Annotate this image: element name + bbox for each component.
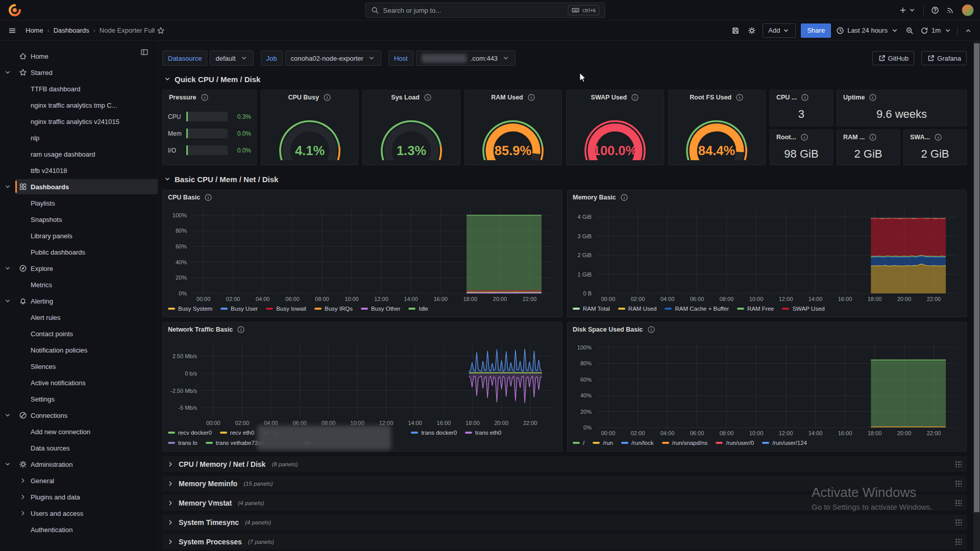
sidebar-item-connections[interactable]: Connections [0, 407, 158, 423]
sidebar-item-add-new-connection[interactable]: Add new connection [0, 423, 158, 440]
sidebar-item-dashboards[interactable]: Dashboards [0, 179, 158, 195]
grafana-logo[interactable] [8, 4, 21, 17]
sidebar-item-snapshots[interactable]: Snapshots [0, 211, 158, 228]
legend-item-trans-docker0[interactable]: trans docker0 [411, 430, 457, 436]
legend-item-run-user-124[interactable]: /run/user/124 [762, 440, 807, 446]
legend-item-ram-free[interactable]: RAM Free [737, 306, 774, 312]
scrollbar-thumb[interactable] [974, 43, 979, 512]
info-icon[interactable] [631, 93, 639, 102]
info-icon[interactable] [934, 133, 942, 141]
drag-handle[interactable] [955, 499, 962, 506]
sidebar-item-metrics[interactable]: Metrics [0, 277, 158, 293]
legend-item-busy-irqs[interactable]: Busy IRQs [314, 306, 353, 312]
chevron-down-icon[interactable] [0, 68, 15, 77]
dashboard-row-memory-meminfo[interactable]: Memory Meminfo(15 panels) [162, 475, 967, 491]
search-input[interactable]: Search or jump to... ctrl+k [365, 3, 605, 18]
sidebar-item-nginx-traffic-analytics-v241015[interactable]: nginx traffic analytics v241015 [0, 113, 158, 130]
user-avatar[interactable] [962, 4, 974, 16]
info-icon[interactable] [869, 93, 877, 102]
menu-toggle-button[interactable] [6, 24, 18, 37]
info-icon[interactable] [201, 93, 209, 102]
sidebar-item-silences[interactable]: Silences [0, 358, 158, 374]
drag-handle[interactable] [955, 461, 962, 467]
drag-handle[interactable] [955, 480, 962, 487]
legend-item-trans-lo[interactable]: trans lo [168, 440, 198, 446]
sidebar-item-administration[interactable]: Administration [0, 456, 158, 472]
legend-item-ram-total[interactable]: RAM Total [573, 306, 610, 312]
sidebar-item-authentication[interactable]: Authentication [0, 521, 158, 538]
legend-item-swap-used[interactable]: SWAP Used [782, 306, 824, 312]
chart-canvas[interactable]: 2.50 Mb/s0 b/s-2.50 Mb/s-5 Mb/s00:0002:0… [167, 337, 558, 428]
breadcrumb-item-node-exporter-full[interactable]: Node Exporter Full [100, 27, 155, 34]
sidebar-item-library-panels[interactable]: Library panels [0, 228, 158, 244]
link-button-grafana[interactable]: Grafana [921, 51, 967, 65]
save-dashboard-button[interactable] [730, 25, 741, 36]
legend-item-ram-cache-buffer[interactable]: RAM Cache + Buffer [665, 306, 729, 312]
legend-item-trans-eth0[interactable]: trans eth0 [465, 430, 501, 436]
sidebar-item-home[interactable]: Home [0, 48, 158, 64]
kiosk-collapse-button[interactable] [963, 25, 974, 36]
legend-item-run-user-0[interactable]: /run/user/0 [716, 440, 754, 446]
sidebar-item-starred[interactable]: Starred [0, 64, 158, 81]
info-icon[interactable] [869, 133, 877, 141]
info-icon[interactable] [801, 93, 809, 102]
info-icon[interactable] [736, 93, 744, 102]
dashboard-row-memory-vmstat[interactable]: Memory Vmstat(4 panels) [162, 495, 967, 511]
sidebar-item-alert-rules[interactable]: Alert rules [0, 309, 158, 325]
legend-item-recv-docker0[interactable]: recv docker0 [168, 430, 212, 436]
dashboard-row-system-processes[interactable]: System Processes(7 panels) [162, 534, 967, 549]
row-header-quick[interactable]: Quick CPU / Mem / Disk [163, 72, 967, 86]
drag-handle[interactable] [955, 519, 962, 525]
breadcrumb-item-dashboards[interactable]: Dashboards [54, 27, 89, 34]
chevron-down-icon[interactable] [0, 183, 15, 191]
news-button[interactable] [946, 6, 954, 14]
sidebar-item-explore[interactable]: Explore [0, 260, 158, 277]
dashboard-row-system-timesync[interactable]: System Timesync(4 panels) [162, 514, 967, 530]
zoom-out-button[interactable] [904, 25, 915, 36]
row-header-basic[interactable]: Basic CPU / Mem / Net / Disk [163, 172, 967, 186]
legend-item-busy-user[interactable]: Busy User [220, 306, 258, 312]
sidebar-item-ram-usage-dashboard[interactable]: ram usage dashboard [0, 146, 158, 162]
info-icon[interactable] [323, 93, 331, 102]
sidebar-item-active-notifications[interactable]: Active notifications [0, 374, 158, 391]
refresh-picker[interactable]: 1m [920, 27, 952, 35]
sidebar-item-public-dashboards[interactable]: Public dashboards [0, 244, 158, 260]
sidebar-item-alerting[interactable]: Alerting [0, 293, 158, 309]
sidebar-item-plugins-and-data[interactable]: Plugins and data [0, 489, 158, 505]
variable-value-dropdown[interactable]: default [210, 51, 253, 66]
legend-item-run-snapd-ns[interactable]: /run/snapd/ns [662, 440, 708, 446]
legend-item-[interactable]: / [573, 440, 584, 446]
sidebar-item-data-sources[interactable]: Data sources [0, 440, 158, 456]
info-icon[interactable] [424, 93, 432, 102]
legend-item-ram-used[interactable]: RAM Used [618, 306, 657, 312]
sidebar-item-ttfb-v241018[interactable]: ttfb v241018 [0, 162, 158, 179]
info-icon[interactable] [620, 193, 628, 202]
legend-item-run-lock[interactable]: /run/lock [621, 440, 653, 446]
help-button[interactable] [931, 6, 939, 14]
legend-item-trans-vethabe73a9[interactable]: trans vethabe73a9 [206, 440, 264, 446]
new-button[interactable] [899, 6, 916, 14]
info-icon[interactable] [237, 325, 245, 334]
sidebar-item-nginx-traffic-analytics-tmp-c[interactable]: nginx traffic analytics tmp C... [0, 97, 158, 113]
info-icon[interactable] [800, 133, 808, 141]
link-button-github[interactable]: GitHub [872, 51, 914, 65]
dashboard-row-cpu-memory-net-disk[interactable]: CPU / Memory / Net / Disk(8 panels) [162, 456, 967, 472]
legend-item-recv-eth0[interactable]: recv eth0 [220, 430, 254, 436]
dashboard-settings-button[interactable] [746, 25, 757, 36]
info-icon[interactable] [527, 93, 535, 102]
scrollbar[interactable] [973, 41, 980, 551]
info-icon[interactable] [204, 193, 212, 202]
chart-canvas[interactable]: 0 B1 GiB2 GiB3 GiB4 GiB00:0002:0004:0006… [572, 205, 962, 304]
sidebar-item-general[interactable]: General [0, 472, 158, 489]
chevron-down-icon[interactable] [0, 460, 15, 468]
legend-item-run[interactable]: /run [593, 440, 613, 446]
legend-item-busy-iowait[interactable]: Busy Iowait [266, 306, 306, 312]
sidebar-item-nlp[interactable]: nlp [0, 130, 158, 146]
share-button[interactable]: Share [801, 23, 831, 38]
sidebar-item-playlists[interactable]: Playlists [0, 195, 158, 211]
legend-item-busy-system[interactable]: Busy System [168, 306, 212, 312]
info-icon[interactable] [647, 325, 655, 334]
add-panel-button[interactable]: Add [763, 23, 796, 38]
favorite-star-button[interactable] [157, 27, 165, 35]
legend-item-busy-other[interactable]: Busy Other [361, 306, 401, 312]
